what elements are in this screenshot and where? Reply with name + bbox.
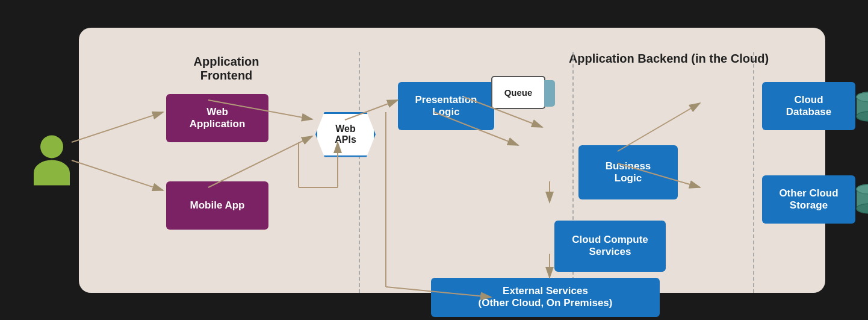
- other-cloud-storage-label: Other CloudStorage: [779, 187, 838, 212]
- presentation-logic-box: PresentationLogic: [398, 82, 494, 130]
- cloud-database-label: CloudDatabase: [786, 94, 832, 118]
- main-diagram-box: Application Frontend Application Backend…: [79, 28, 825, 293]
- business-logic-box: BusinessLogic: [578, 145, 678, 199]
- divider-1: [359, 52, 360, 293]
- presentation-logic-label: PresentationLogic: [415, 94, 477, 118]
- database-cylinder-2: [855, 183, 868, 215]
- database-cylinder-1: [855, 91, 868, 122]
- web-apis-hexagon: WebAPIs: [315, 112, 376, 157]
- web-application-label: WebApplication: [190, 106, 246, 130]
- backend-title: Application Backend (in the Cloud): [464, 52, 868, 66]
- web-apis-label: WebAPIs: [335, 124, 356, 145]
- web-application-box: WebApplication: [166, 94, 268, 142]
- queue-container: Queue: [491, 76, 545, 109]
- user-head: [40, 135, 63, 158]
- cloud-database-box: CloudDatabase: [762, 82, 855, 130]
- web-apis-container: WebAPIs: [312, 109, 379, 160]
- divider-3: [753, 52, 754, 293]
- diagram-container: Application Frontend Application Backend…: [19, 10, 849, 311]
- external-services-box: External Services(Other Cloud, On Premis…: [431, 278, 660, 317]
- mobile-app-box: Mobile App: [166, 181, 268, 230]
- cloud-compute-label: Cloud ComputeServices: [572, 234, 648, 258]
- cloud-compute-box: Cloud ComputeServices: [554, 221, 666, 272]
- user-figure: [31, 135, 73, 185]
- user-body: [34, 160, 70, 185]
- mobile-app-label: Mobile App: [190, 199, 245, 212]
- business-logic-label: BusinessLogic: [606, 160, 651, 184]
- frontend-title: Application Frontend: [172, 55, 281, 83]
- external-services-label: External Services(Other Cloud, On Premis…: [479, 285, 613, 309]
- other-cloud-storage-box: Other CloudStorage: [762, 175, 855, 224]
- queue-cylinder: Queue: [491, 76, 545, 109]
- queue-label: Queue: [504, 87, 533, 98]
